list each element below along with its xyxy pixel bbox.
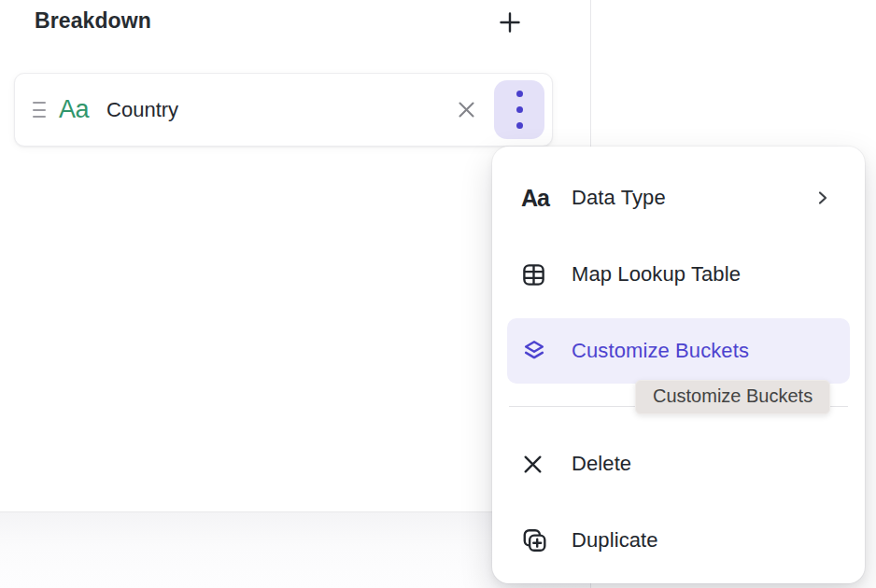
close-icon (521, 453, 557, 476)
menu-item-customize-buckets[interactable]: Customize Buckets (507, 318, 850, 384)
close-icon (455, 98, 478, 121)
menu-item-label: Duplicate (572, 528, 658, 553)
breakdown-field-card[interactable]: Aa Country (14, 73, 553, 147)
kebab-menu-icon (516, 91, 523, 129)
menu-item-label: Map Lookup Table (572, 262, 741, 287)
menu-item-delete[interactable]: Delete (507, 431, 850, 497)
stack-icon (521, 338, 557, 364)
menu-item-label: Customize Buckets (572, 339, 749, 363)
drag-handle-icon[interactable] (33, 102, 47, 118)
card-actions (450, 80, 552, 139)
menu-item-label: Delete (572, 452, 631, 476)
menu-item-label: Data Type (572, 186, 666, 210)
field-context-menu: Aa Data Type Map Lookup Table Customize … (492, 147, 865, 583)
menu-item-map-lookup-table[interactable]: Map Lookup Table (507, 242, 850, 307)
menu-item-data-type[interactable]: Aa Data Type (507, 165, 850, 231)
text-type-icon: Aa (59, 97, 89, 122)
field-name: Country (106, 98, 178, 122)
table-icon (521, 262, 557, 287)
plus-icon (497, 9, 523, 35)
add-breakdown-button[interactable] (494, 7, 526, 38)
field-more-options-button[interactable] (494, 80, 544, 139)
duplicate-icon (521, 527, 557, 553)
menu-item-duplicate[interactable]: Duplicate (507, 508, 850, 573)
remove-field-button[interactable] (450, 94, 482, 126)
chevron-right-icon (814, 189, 831, 206)
panel-header: Breakdown (0, 0, 590, 47)
text-type-icon: Aa (521, 187, 557, 210)
customize-buckets-tooltip: Customize Buckets (635, 380, 830, 414)
page-title: Breakdown (35, 8, 151, 34)
